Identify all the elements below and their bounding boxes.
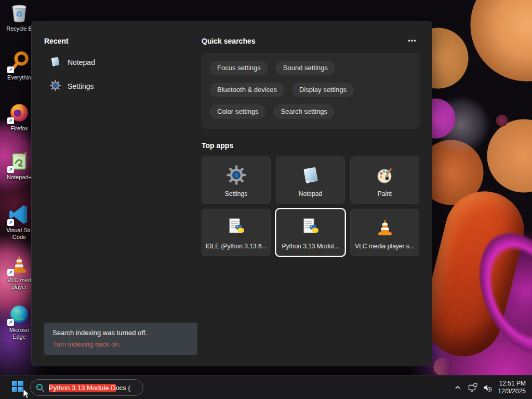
taskbar-search-input[interactable]: Python 3.13 Module Docs ( xyxy=(30,379,143,396)
recent-header: Recent xyxy=(44,37,69,45)
settings-gear-icon xyxy=(49,79,61,93)
system-tray: 12:51 PM 12/3/2025 xyxy=(453,376,526,399)
tile-label: IDLE (Python 3.13 6... xyxy=(206,243,267,250)
vlc-icon: ↗ xyxy=(8,254,30,275)
top-app-tile-python-module-docs[interactable]: Python 3.13 Modul... xyxy=(276,209,345,256)
top-app-tile-paint[interactable]: Paint xyxy=(350,156,419,204)
tile-label: VLC media player s... xyxy=(355,243,415,250)
notification-message: Search indexing was turned off. xyxy=(52,329,189,337)
shortcut-arrow-icon: ↗ xyxy=(7,269,14,276)
taskbar: Python 3.13 Module Docs ( xyxy=(0,375,532,399)
tile-label: Python 3.13 Modul... xyxy=(282,243,339,250)
quick-search-pill[interactable]: Focus settings xyxy=(210,61,268,75)
quick-search-pill[interactable]: Search settings xyxy=(273,104,335,119)
notepad-icon xyxy=(300,165,321,185)
firefox-icon: ↗ xyxy=(8,102,30,124)
quick-search-pill[interactable]: Bluetooth & devices xyxy=(210,83,284,97)
tray-chevron-up-icon[interactable] xyxy=(453,383,462,392)
notepad-plus-plus-icon: ↗ xyxy=(8,151,30,172)
search-indexing-notification: Search indexing was turned off. Turn ind… xyxy=(44,323,197,355)
clock-time: 12:51 PM xyxy=(498,380,526,388)
shortcut-arrow-icon: ↗ xyxy=(7,117,14,124)
recycle-bin-icon: ♻ xyxy=(8,2,30,24)
mouse-cursor xyxy=(23,389,30,399)
shortcut-arrow-icon: ↗ xyxy=(7,66,14,73)
search-icon xyxy=(36,383,45,392)
windows-logo-icon xyxy=(12,381,23,394)
clock-date: 12/3/2025 xyxy=(498,388,526,395)
everything-search-icon: ↗ xyxy=(8,51,30,73)
shortcut-arrow-icon: ↗ xyxy=(7,319,14,326)
notepad-icon xyxy=(49,56,61,69)
shortcut-arrow-icon: ↗ xyxy=(7,219,14,226)
vscode-icon: ↗ xyxy=(8,204,30,225)
search-flyout-panel: Recent Notepad xyxy=(31,21,432,366)
quick-search-pill[interactable]: Display settings xyxy=(292,83,354,97)
search-query-rest-text: ocs ( xyxy=(116,384,130,392)
recent-item-label: Notepad xyxy=(68,58,95,66)
quick-searches-header: Quick searches xyxy=(202,37,256,45)
taskbar-clock[interactable]: 12:51 PM 12/3/2025 xyxy=(498,380,526,395)
recent-item-notepad[interactable]: Notepad xyxy=(49,56,95,69)
more-options-button[interactable]: ••• xyxy=(405,36,420,46)
shortcut-arrow-icon: ↗ xyxy=(7,166,14,173)
top-apps-header: Top apps xyxy=(202,141,233,150)
quick-search-pill[interactable]: Color settings xyxy=(210,104,265,119)
recent-item-label: Settings xyxy=(68,82,94,90)
edge-icon: ↗ xyxy=(8,303,30,325)
top-app-tile-settings[interactable]: Settings xyxy=(202,156,271,204)
paint-icon xyxy=(375,165,395,185)
top-app-tile-idle-python[interactable]: IDLE (Python 3.13 6... xyxy=(202,209,271,256)
tile-label: Notepad xyxy=(299,190,322,197)
quick-search-pill[interactable]: Sound settings xyxy=(276,61,335,75)
tile-label: Paint xyxy=(378,190,392,197)
top-apps-grid: Settings Notepad xyxy=(202,156,425,256)
network-ethernet-icon[interactable] xyxy=(468,383,477,392)
quick-searches-box: Focus settings Sound settings Bluetooth … xyxy=(202,52,420,129)
vlc-icon xyxy=(375,217,395,238)
settings-gear-icon xyxy=(226,165,247,185)
search-query-selected-text: Python 3.13 Module D xyxy=(49,384,116,392)
tile-label: Settings xyxy=(225,190,247,197)
search-query-text: Python 3.13 Module Docs ( xyxy=(49,384,130,392)
recent-item-settings[interactable]: Settings xyxy=(49,79,94,93)
top-app-tile-vlc[interactable]: VLC media player s... xyxy=(350,209,419,256)
turn-indexing-on-link[interactable]: Turn indexing back on. xyxy=(52,340,189,348)
volume-muted-icon[interactable] xyxy=(483,383,493,392)
top-app-tile-notepad[interactable]: Notepad xyxy=(276,156,345,204)
svg-text:♻: ♻ xyxy=(16,10,23,19)
python-file-icon xyxy=(300,217,321,238)
python-file-icon xyxy=(226,217,247,238)
